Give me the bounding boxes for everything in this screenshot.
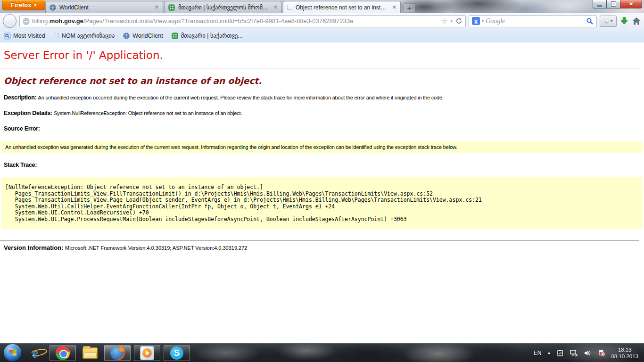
- version-text: Microsoft .NET Framework Version:4.0.303…: [65, 245, 247, 251]
- taskbar-internet-explorer[interactable]: e: [25, 345, 46, 361]
- description-paragraph: Description: An unhandled exception occu…: [4, 94, 640, 101]
- divider: [0, 68, 639, 68]
- url-domain: moh.gov.ge: [50, 17, 83, 25]
- internet-explorer-icon: e: [32, 345, 38, 361]
- bookmarks-star-icon: ★: [604, 17, 610, 25]
- home-button[interactable]: [632, 16, 641, 26]
- source-error-label-paragraph: Source Error:: [4, 125, 640, 132]
- ie-orbit-icon: [30, 347, 48, 357]
- bookmarks-toolbar: Most Visited NOM ავტორიზაცია WorldClient…: [0, 29, 644, 42]
- source-error-box: An unhandled exception was generated dur…: [1, 141, 643, 153]
- firefox-icon: [110, 346, 125, 360]
- remove-hardware-icon[interactable]: [556, 349, 564, 357]
- tab-error-page-active[interactable]: Object reference not set to an instanc..…: [283, 1, 401, 13]
- taskbar-windows-explorer[interactable]: [79, 345, 101, 361]
- search-icon[interactable]: [586, 17, 594, 25]
- minimize-button[interactable]: [593, 0, 607, 8]
- back-button[interactable]: [3, 14, 17, 28]
- firefox-window: Firefox ▾ WorldClient ✕ მთავარი | საქართ…: [0, 0, 644, 362]
- tab-title: WorldClient: [59, 4, 151, 11]
- bookmark-georgian-site[interactable]: მთავარი | საქართვე...: [172, 32, 243, 39]
- language-indicator[interactable]: EN: [534, 350, 542, 356]
- google-engine-icon[interactable]: g: [472, 17, 480, 25]
- network-icon[interactable]: [570, 349, 578, 357]
- tray-date: 08.10.2013: [611, 354, 638, 359]
- description-text: An unhandled exception occurred during t…: [38, 95, 444, 100]
- back-arrow-icon: [6, 17, 14, 25]
- bookmark-star-icon[interactable]: ☆: [441, 17, 447, 25]
- taskbar-skype[interactable]: S: [164, 345, 190, 361]
- chevron-down-icon: ▾: [34, 3, 36, 8]
- clock[interactable]: 18:13 08.10.2013: [611, 346, 638, 360]
- firefox-menu-button[interactable]: Firefox ▾: [2, 0, 45, 10]
- taskbar-firefox-active[interactable]: [104, 345, 131, 361]
- tab-title: მთავარი | საქართველოს შრომის, ...: [178, 4, 270, 11]
- skype-icon: S: [170, 346, 183, 360]
- bookmark-nom[interactable]: NOM ავტორიზაცია: [54, 32, 115, 39]
- most-visited-icon: [4, 33, 10, 39]
- site-identity-globe-icon[interactable]: [23, 18, 29, 25]
- green-tile-favicon-icon: [168, 4, 175, 11]
- new-tab-button[interactable]: +: [403, 3, 415, 12]
- blank-favicon-icon: [54, 33, 59, 38]
- version-information: Version Information: Microsoft .NET Fram…: [4, 244, 640, 251]
- exception-details-text: System.NullReferenceException: Object re…: [54, 110, 242, 116]
- description-label: Description:: [4, 94, 38, 101]
- bookmark-label: WorldClient: [132, 33, 163, 39]
- system-tray: EN ▲ 18:13 08.10.2013: [534, 346, 640, 360]
- url-path: /Pages/TransactionLimits/View.aspx?Trans…: [83, 17, 353, 25]
- minimize-icon: [597, 5, 602, 7]
- chrome-icon: [56, 346, 70, 360]
- start-button[interactable]: [4, 344, 21, 362]
- close-tab-icon[interactable]: ✕: [392, 4, 396, 10]
- reload-icon[interactable]: [455, 17, 462, 25]
- tab-georgian-site[interactable]: მთავარი | საქართველოს შრომის, ... ✕: [164, 1, 282, 13]
- bookmark-worldclient[interactable]: WorldClient: [123, 33, 163, 39]
- tab-worldclient[interactable]: WorldClient ✕: [45, 1, 163, 13]
- url-bar[interactable]: billing.moh.gov.ge/Pages/TransactionLimi…: [19, 15, 466, 27]
- close-window-button[interactable]: ✕: [620, 0, 642, 8]
- navigation-toolbar: billing.moh.gov.ge/Pages/TransactionLimi…: [0, 13, 644, 29]
- restore-button[interactable]: [607, 0, 620, 8]
- taskbar-chrome[interactable]: [50, 345, 76, 361]
- windows-logo-icon: [9, 349, 17, 356]
- source-error-text: An unhandled exception was generated dur…: [5, 144, 457, 150]
- media-player-icon: [140, 346, 154, 360]
- exception-details-paragraph: Exception Details: System.NullReferenceE…: [4, 110, 640, 116]
- search-bar[interactable]: g ▾: [469, 15, 597, 27]
- close-tab-icon[interactable]: ✕: [155, 4, 159, 10]
- divider: [0, 240, 639, 241]
- tab-strip: WorldClient ✕ მთავარი | საქართველოს შრომ…: [45, 1, 415, 13]
- tab-title: Object reference not set to an instanc..…: [296, 4, 389, 11]
- url-text[interactable]: billing.moh.gov.ge/Pages/TransactionLimi…: [32, 17, 438, 25]
- close-icon: ✕: [629, 1, 633, 7]
- bookmarks-menu-button[interactable]: ★ ▾: [600, 16, 617, 27]
- folder-icon: [83, 347, 98, 359]
- urlbar-dropdown-icon[interactable]: ▾: [450, 19, 453, 24]
- chevron-down-icon: ▾: [611, 19, 612, 23]
- firefox-menu-label: Firefox: [11, 1, 31, 8]
- stack-trace-label: Stack Trace:: [4, 162, 37, 168]
- action-center-flag-icon[interactable]: [597, 349, 605, 357]
- search-input[interactable]: [486, 17, 584, 25]
- error-page-subtitle: Object reference not set to an instance …: [4, 76, 640, 86]
- search-engine-dropdown-icon[interactable]: ▾: [482, 19, 484, 23]
- tray-time: 18:13: [618, 347, 632, 353]
- green-tile-favicon-icon: [172, 33, 178, 39]
- close-tab-icon[interactable]: ✕: [273, 4, 278, 10]
- bookmark-label: მთავარი | საქართვე...: [181, 32, 243, 39]
- titlebar: Firefox ▾ WorldClient ✕ მთავარი | საქართ…: [0, 0, 644, 13]
- stack-trace-label-paragraph: Stack Trace:: [4, 162, 640, 168]
- version-label: Version Information:: [4, 244, 65, 251]
- bookmark-label: Most Visited: [13, 33, 45, 39]
- show-hidden-icons-button[interactable]: ▲: [547, 351, 551, 355]
- stack-trace-text: [NullReferenceException: Object referenc…: [5, 184, 639, 222]
- taskbar-media-player[interactable]: [134, 345, 160, 361]
- downloads-button[interactable]: [619, 16, 629, 26]
- globe-favicon-icon: [50, 4, 56, 11]
- url-prefix: billing.: [32, 17, 50, 25]
- bookmark-most-visited[interactable]: Most Visited: [4, 33, 45, 39]
- source-error-label: Source Error:: [4, 125, 40, 132]
- volume-icon[interactable]: [584, 349, 592, 357]
- restore-icon: [611, 2, 616, 6]
